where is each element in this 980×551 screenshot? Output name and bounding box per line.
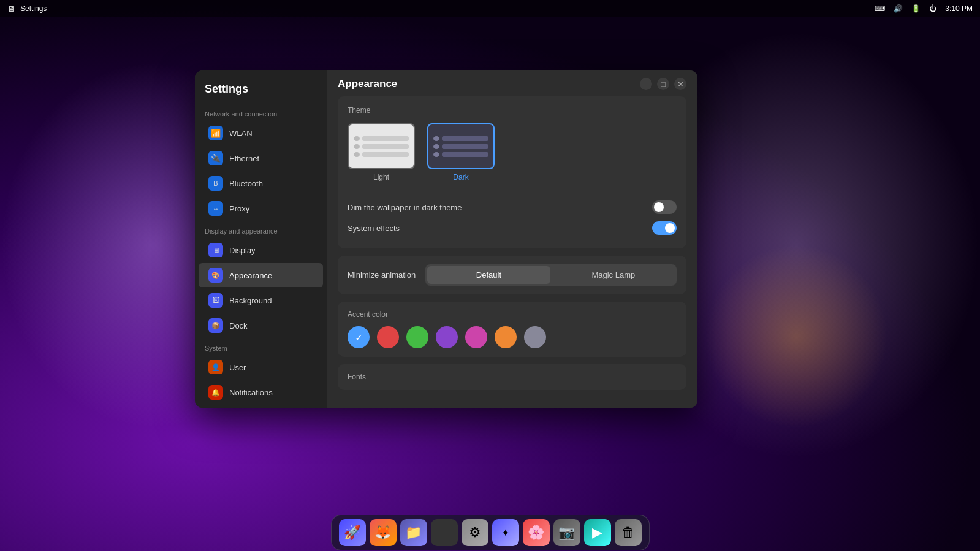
sidebar-item-ethernet[interactable]: 🔌 Ethernet xyxy=(199,146,323,170)
accent-colors: ✓ xyxy=(348,326,677,348)
taskbar-dock: 🚀 🦊 📁 _ ⚙ ✦ 🌸 📷 ▶ 🗑 xyxy=(331,515,650,550)
sidebar-item-label-wlan: WLAN xyxy=(229,129,253,138)
dock-item-system[interactable]: ⚙ xyxy=(462,519,488,546)
dock-item-screenshot[interactable]: 📷 xyxy=(553,519,580,546)
dark-theme-bar-1 xyxy=(442,136,488,141)
dim-wallpaper-knob xyxy=(654,202,664,212)
dark-theme-bar-3 xyxy=(442,152,488,157)
sidebar-item-background[interactable]: 🖼 Background xyxy=(199,288,323,313)
accent-red[interactable] xyxy=(377,326,399,348)
sidebar-item-label-proxy: Proxy xyxy=(229,204,249,213)
dark-theme-bar-2 xyxy=(442,144,488,149)
dim-wallpaper-label: Dim the wallpaper in dark theme xyxy=(348,203,462,212)
sidebar-item-wlan[interactable]: 📶 WLAN xyxy=(199,121,323,145)
sidebar-item-sound[interactable]: 🔊 Sound xyxy=(199,405,323,408)
bluetooth-icon: B xyxy=(208,176,223,191)
sidebar-item-notifications[interactable]: 🔔 Notifications xyxy=(199,380,323,405)
close-button[interactable]: ✕ xyxy=(674,78,686,90)
user-icon: 👤 xyxy=(208,360,223,374)
system-effects-knob xyxy=(665,223,675,233)
theme-name-light: Light xyxy=(373,173,389,181)
theme-line-2 xyxy=(354,144,409,149)
keyboard-icon: ⌨ xyxy=(875,4,885,13)
accent-section: Accent color ✓ xyxy=(338,302,686,357)
topbar-left: 🖥 Settings xyxy=(7,4,47,13)
sidebar-item-bluetooth[interactable]: B Bluetooth xyxy=(199,171,323,196)
dim-wallpaper-toggle[interactable] xyxy=(652,200,677,214)
minimize-button[interactable]: — xyxy=(640,78,652,90)
dark-theme-line-2 xyxy=(433,144,488,149)
dark-theme-line-3 xyxy=(433,152,488,157)
theme-dot-1 xyxy=(354,136,360,141)
appearance-icon: 🎨 xyxy=(208,268,223,283)
sidebar-item-label-background: Background xyxy=(229,296,272,305)
animation-label: Minimize animation xyxy=(348,270,416,279)
theme-line-3 xyxy=(354,152,409,157)
main-content: Appearance — □ ✕ Theme xyxy=(327,70,697,408)
sidebar-item-user[interactable]: 👤 User xyxy=(199,355,323,379)
theme-option-dark[interactable]: Dark xyxy=(427,123,495,181)
system-effects-toggle[interactable] xyxy=(652,221,677,235)
sidebar-item-label-dock: Dock xyxy=(229,321,248,330)
theme-label: Theme xyxy=(348,106,677,115)
accent-green[interactable] xyxy=(406,326,428,348)
animation-buttons: Default Magic Lamp xyxy=(425,264,677,286)
dock-item-media[interactable]: ▶ xyxy=(584,519,611,546)
theme-bar-3 xyxy=(362,152,409,157)
accent-orange[interactable] xyxy=(495,326,517,348)
content-area: Theme xyxy=(327,96,697,408)
accent-gray[interactable] xyxy=(524,326,546,348)
bg-glow-orange xyxy=(704,245,888,428)
sidebar-item-label-ethernet: Ethernet xyxy=(229,154,259,163)
sidebar: Settings Network and connection 📶 WLAN 🔌… xyxy=(195,70,327,408)
sidebar-item-label-notifications: Notifications xyxy=(229,388,273,397)
dock-item-files[interactable]: 📁 xyxy=(400,519,427,546)
sidebar-title: Settings xyxy=(195,78,327,104)
dock-icon: 📦 xyxy=(208,318,223,333)
settings-window: Settings Network and connection 📶 WLAN 🔌… xyxy=(195,70,697,408)
power-icon: ⏻ xyxy=(929,4,936,13)
window-titlebar: Appearance — □ ✕ xyxy=(327,70,697,96)
sidebar-item-display[interactable]: 🖥 Display xyxy=(199,238,323,262)
theme-option-light[interactable]: Light xyxy=(348,123,415,181)
sidebar-section-display: Display and appearance xyxy=(195,221,327,237)
anim-btn-default[interactable]: Default xyxy=(427,266,550,284)
theme-divider xyxy=(348,189,677,189)
sidebar-item-label-bluetooth: Bluetooth xyxy=(229,179,263,188)
window-title: Appearance xyxy=(338,78,397,90)
dock-item-trash[interactable]: 🗑 xyxy=(615,519,642,546)
topbar-app-name: Settings xyxy=(20,4,47,13)
dock-item-firefox[interactable]: 🦊 xyxy=(370,519,397,546)
system-effects-label: System effects xyxy=(348,224,400,233)
ethernet-icon: 🔌 xyxy=(208,151,223,165)
maximize-button[interactable]: □ xyxy=(657,78,669,90)
display-icon: 🖥 xyxy=(208,243,223,257)
background-icon: 🖼 xyxy=(208,293,223,308)
anim-btn-magic-lamp[interactable]: Magic Lamp xyxy=(552,266,675,284)
dark-theme-dot-2 xyxy=(433,144,439,149)
taskbar: 🚀 🦊 📁 _ ⚙ ✦ 🌸 📷 ▶ 🗑 xyxy=(0,514,980,551)
accent-pink[interactable] xyxy=(465,326,487,348)
sidebar-item-dock[interactable]: 📦 Dock xyxy=(199,313,323,338)
dock-item-launchpad[interactable]: 🚀 xyxy=(339,519,366,546)
dock-item-store[interactable]: ✦ xyxy=(492,519,519,546)
topbar-right: ⌨ 🔊 🔋 ⏻ 3:10 PM xyxy=(875,4,973,13)
theme-name-dark: Dark xyxy=(453,173,468,181)
dark-theme-line-1 xyxy=(433,136,488,141)
dock-item-custom1[interactable]: 🌸 xyxy=(523,519,550,546)
window-controls: — □ ✕ xyxy=(640,78,686,90)
dock-item-terminal[interactable]: _ xyxy=(431,519,458,546)
topbar: 🖥 Settings ⌨ 🔊 🔋 ⏻ 3:10 PM xyxy=(0,0,980,17)
sidebar-section-system: System xyxy=(195,338,327,354)
theme-line-1 xyxy=(354,136,409,141)
sidebar-item-label-display: Display xyxy=(229,246,256,255)
wlan-icon: 📶 xyxy=(208,126,223,140)
notifications-icon: 🔔 xyxy=(208,385,223,400)
sidebar-item-appearance[interactable]: 🎨 Appearance xyxy=(199,263,323,287)
battery-icon: 🔋 xyxy=(911,4,921,13)
accent-purple[interactable] xyxy=(436,326,458,348)
accent-blue[interactable]: ✓ xyxy=(348,326,370,348)
animation-section: Minimize animation Default Magic Lamp xyxy=(338,256,686,294)
theme-preview-dark xyxy=(427,123,495,169)
sidebar-item-proxy[interactable]: ↔ Proxy xyxy=(199,196,323,221)
